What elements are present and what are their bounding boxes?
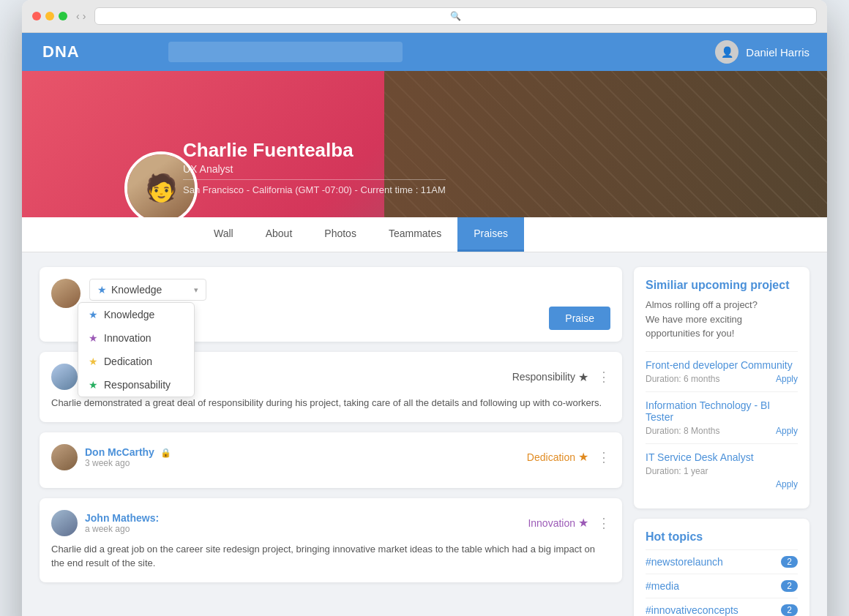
feed-item: John Mathews: a week ago Innovation ★ ⋮ … (40, 498, 622, 582)
hot-topic-tag[interactable]: #innovativeconcepts (646, 604, 738, 616)
user-menu[interactable]: 👤 Daniel Harris (697, 40, 827, 64)
cover-photo (384, 71, 827, 217)
project-item: Front-end developer Community Duration: … (646, 351, 798, 391)
feed-user-info: Don McCarthy 🔒 3 week ago (85, 446, 171, 468)
tab-photos[interactable]: Photos (308, 217, 373, 252)
similar-projects-card: Similiar upcoming project Almos rolling … (634, 267, 809, 508)
skill-star-icon: ★ (97, 284, 107, 296)
hot-topics-title: Hot topics (646, 530, 798, 544)
skill-dropdown[interactable]: ★ Knowledge ▾ (89, 279, 206, 301)
feed-user-info: John Mathews: a week ago (85, 512, 159, 534)
apply-button[interactable]: Apply (776, 479, 798, 489)
skill-label: Responsability (104, 379, 171, 391)
chevron-down-icon: ▾ (194, 285, 198, 295)
feed-time: a week ago (85, 524, 159, 534)
brand-area: DNA (22, 33, 154, 71)
lock-icon: 🔒 (160, 448, 171, 458)
more-options-icon[interactable]: ⋮ (597, 515, 610, 531)
close-dot[interactable] (32, 12, 41, 20)
responsibility-star-icon: ★ (89, 379, 98, 391)
tab-about[interactable]: About (250, 217, 309, 252)
hot-topics-card: Hot topics #newstorelaunch 2 #media 2 #i… (634, 519, 809, 617)
search-input[interactable] (168, 42, 403, 62)
more-options-icon[interactable]: ⋮ (597, 449, 610, 465)
feed-header: Don McCarthy 🔒 3 week ago Dedication ★ ⋮ (51, 444, 610, 470)
project-duration-row: Duration: 8 Months Apply (646, 426, 798, 436)
praise-button[interactable]: Praise (549, 307, 610, 330)
hot-topic-item: #newstorelaunch 2 (646, 549, 798, 574)
more-options-icon[interactable]: ⋮ (597, 369, 610, 385)
top-bar: DNA 👤 Daniel Harris (22, 33, 827, 71)
browser-window: ‹ › 🔍 DNA 👤 Daniel Harris (22, 0, 827, 616)
tab-teammates[interactable]: Teammates (373, 217, 457, 252)
address-bar[interactable]: 🔍 (94, 7, 817, 25)
project-duration-row: Duration: 1 year (646, 466, 798, 476)
hot-topic-tag[interactable]: #media (646, 580, 679, 592)
hot-topic-item: #innovativeconcepts 2 (646, 598, 798, 617)
feed-time: 3 week ago (85, 458, 171, 468)
brand-logo[interactable]: DNA (42, 42, 80, 61)
feed-badge: Dedication (527, 451, 575, 463)
feed-item: Don McCarthy 🔒 3 week ago Dedication ★ ⋮ (40, 432, 622, 488)
profile-section: 🧑 Charlie Fuentealba UX Analyst San Fran… (22, 71, 827, 217)
apply-button[interactable]: Apply (776, 426, 798, 436)
skill-option-innovation[interactable]: ★ Innovation (78, 326, 194, 350)
badge-star-icon: ★ (578, 370, 588, 384)
skill-label: Innovation (104, 332, 152, 344)
project-name[interactable]: Front-end developer Community (646, 359, 798, 371)
feed-header: John Mathews: a week ago Innovation ★ ⋮ (51, 510, 610, 536)
project-duration: Duration: 8 Months (646, 426, 719, 436)
project-duration: Duration: 1 year (646, 466, 708, 476)
feed-avatar (51, 444, 78, 470)
tab-wall[interactable]: Wall (198, 217, 250, 252)
skill-option-dedication[interactable]: ★ Dedication (78, 350, 194, 373)
project-duration: Duration: 6 months (646, 374, 719, 384)
project-item: IT Service Desk Analyst Duration: 1 year… (646, 443, 798, 497)
nav-arrows: ‹ › (76, 10, 86, 22)
dedication-star-icon: ★ (89, 356, 98, 367)
user-name: Daniel Harris (746, 46, 809, 59)
feed-user-name[interactable]: John Mathews: (85, 512, 159, 524)
badge-star-icon: ★ (578, 450, 588, 464)
skill-label: Dedication (104, 356, 152, 367)
praise-box: ★ Knowledge ▾ ★ Knowledge ★ (40, 267, 622, 342)
search-icon: 🔍 (450, 11, 461, 21)
knowledge-star-icon: ★ (89, 309, 98, 320)
profile-nav: Wall About Photos Teammates Praises (22, 217, 827, 252)
badge-star-icon: ★ (578, 516, 588, 530)
maximize-dot[interactable] (59, 12, 67, 20)
app-container: DNA 👤 Daniel Harris 🧑 Charlie Fuentealba… (22, 33, 827, 616)
hot-topic-count: 2 (781, 556, 798, 568)
selected-skill: Knowledge (111, 284, 162, 296)
hot-topic-count: 2 (781, 604, 798, 616)
project-name[interactable]: IT Service Desk Analyst (646, 451, 798, 463)
feed-badge: Innovation (528, 517, 575, 529)
skill-option-knowledge[interactable]: ★ Knowledge (78, 303, 194, 326)
forward-arrow[interactable]: › (83, 10, 86, 22)
project-item: Information Technology - BI Tester Durat… (646, 391, 798, 443)
feed-text: Charlie did a great job on the career si… (51, 542, 610, 571)
skill-option-responsibility[interactable]: ★ Responsability (78, 373, 194, 397)
right-column: Similiar upcoming project Almos rolling … (634, 267, 809, 616)
window-controls (32, 12, 67, 20)
profile-name: Charlie Fuentealba (183, 139, 446, 162)
feed-text: Charlie demonstrated a great deal of res… (51, 396, 610, 410)
feed-badge: Responsibility (512, 371, 575, 383)
hot-topic-count: 2 (781, 580, 798, 592)
browser-titlebar: ‹ › 🔍 (22, 0, 827, 33)
feed-avatar (51, 510, 78, 536)
feed-user-name[interactable]: Don McCarthy 🔒 (85, 446, 171, 458)
praise-input-area: ★ Knowledge ▾ ★ Knowledge ★ (89, 279, 610, 330)
minimize-dot[interactable] (45, 12, 54, 20)
back-arrow[interactable]: ‹ (76, 10, 80, 22)
feed-user: John Mathews: a week ago (51, 510, 159, 536)
similar-projects-subtitle: Almos rolling off a project?We have more… (646, 298, 798, 341)
tab-praises[interactable]: Praises (457, 217, 524, 252)
similar-projects-title: Similiar upcoming project (646, 279, 798, 292)
center-column: ★ Knowledge ▾ ★ Knowledge ★ (40, 267, 622, 616)
profile-location: San Francisco - California (GMT -07:00) … (183, 184, 446, 195)
hot-topic-tag[interactable]: #newstorelaunch (646, 556, 723, 568)
feed-avatar (51, 364, 78, 390)
apply-button[interactable]: Apply (776, 374, 798, 384)
project-name[interactable]: Information Technology - BI Tester (646, 399, 798, 423)
